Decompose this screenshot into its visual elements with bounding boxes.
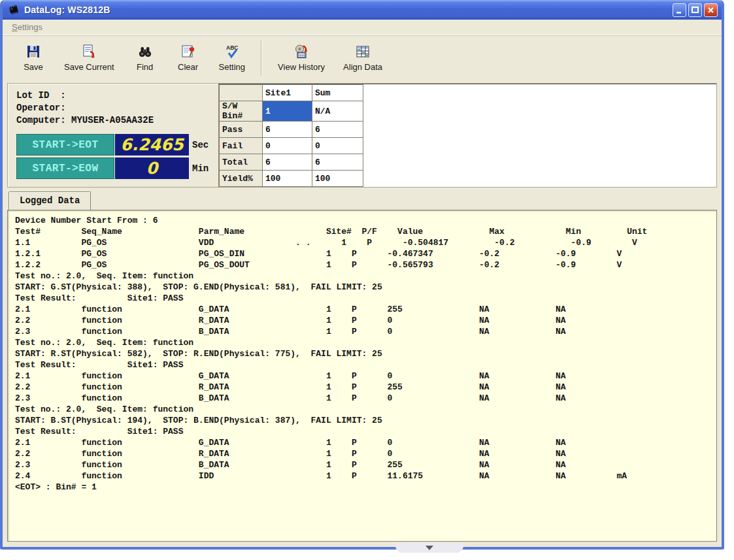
save-current-icon <box>80 44 97 59</box>
clear-button[interactable]: Clear <box>167 40 210 76</box>
timer-eow-value: 0 <box>115 157 189 179</box>
minimize-button[interactable] <box>673 3 686 17</box>
datalog-window: DataLog: WS2812B Settings Save <box>0 0 724 550</box>
align-data-button-label: Align Data <box>343 62 382 72</box>
summary-cell-selected[interactable]: 1 <box>263 101 312 122</box>
log-text[interactable]: Device Number Start From : 6 Test# Seq_N… <box>8 210 716 493</box>
summary-cell[interactable]: N/A <box>312 101 363 122</box>
view-history-icon <box>293 44 310 59</box>
clear-button-label: Clear <box>178 62 198 72</box>
chip-icon <box>7 4 20 16</box>
find-icon <box>137 44 154 59</box>
close-button[interactable] <box>704 3 718 17</box>
save-button-label: Save <box>24 62 43 72</box>
setting-button-label: Setting <box>219 62 245 72</box>
table-row: Fail 0 0 <box>220 138 363 154</box>
menu-item-settings[interactable]: Settings <box>8 21 46 33</box>
timer-start-eow: START->EOW 0 Min <box>16 157 218 179</box>
computer-value: MYUSER-A05AA32E <box>71 115 154 125</box>
window-title: DataLog: WS2812B <box>24 5 671 15</box>
close-icon <box>706 5 716 15</box>
clear-icon <box>180 44 197 59</box>
timer-eow-unit: Min <box>192 163 209 174</box>
summary-cell[interactable]: 6 <box>312 122 363 138</box>
summary-cell[interactable]: 0 <box>263 138 312 154</box>
summary-grid: Site1 Sum S/W Bin# 1 N/A Pass 6 6 Fail <box>218 84 716 187</box>
toolbar: Save Save Current Find Clear <box>3 35 722 80</box>
summary-table: Site1 Sum S/W Bin# 1 N/A Pass 6 6 Fail <box>219 84 363 187</box>
save-current-button[interactable]: Save Current <box>55 40 124 76</box>
row-label-pass: Pass <box>220 122 263 138</box>
operator-label: Operator: <box>16 102 218 114</box>
find-button-label: Find <box>137 62 153 72</box>
timer-eow-label: START->EOW <box>16 157 114 179</box>
timer-eot-label: START->EOT <box>16 134 114 156</box>
row-label-total: Total <box>220 154 263 171</box>
summary-cell[interactable]: 6 <box>312 154 363 171</box>
info-panel: Lot ID : Operator: Computer: MYUSER-A05A… <box>7 83 717 188</box>
row-label-yield: Yield% <box>220 171 263 187</box>
setting-button[interactable]: ABC Setting <box>210 40 254 76</box>
save-icon <box>25 44 42 59</box>
column-header-site1: Site1 <box>263 85 312 101</box>
view-history-button-label: View History <box>278 62 325 72</box>
view-history-button[interactable]: View History <box>269 40 334 76</box>
chevron-down-icon <box>425 546 433 550</box>
log-panel: Device Number Start From : 6 Test# Seq_N… <box>7 210 717 542</box>
row-label-sw-bin: S/W Bin# <box>220 101 263 122</box>
timer-displays: START->EOT 6.2465 Sec START->EOW 0 Min <box>16 134 218 179</box>
save-current-button-label: Save Current <box>64 62 114 72</box>
menu-bar: Settings <box>3 20 722 35</box>
row-label-fail: Fail <box>220 138 263 154</box>
lot-id-label: Lot ID : <box>16 90 218 102</box>
page-background: DataLog: WS2812B Settings Save <box>0 0 734 560</box>
setting-icon: ABC <box>224 44 241 59</box>
toolbar-separator <box>261 41 262 76</box>
expander-notch[interactable] <box>395 543 463 553</box>
summary-cell[interactable]: 6 <box>263 122 312 138</box>
table-row: S/W Bin# 1 N/A <box>220 101 363 122</box>
computer-line: Computer: MYUSER-A05AA32E <box>16 114 218 127</box>
corner-cell <box>220 85 263 101</box>
tab-bar: Logged Data <box>3 188 722 210</box>
lot-info-pane: Lot ID : Operator: Computer: MYUSER-A05A… <box>8 84 218 187</box>
timer-eot-value: 6.2465 <box>115 134 189 156</box>
table-row: Total 6 6 <box>220 154 363 171</box>
summary-cell[interactable]: 100 <box>263 171 312 187</box>
table-row: Yield% 100 100 <box>220 171 363 187</box>
align-data-button[interactable]: Align Data <box>334 40 392 76</box>
summary-cell[interactable]: 0 <box>312 138 363 154</box>
timer-eot-unit: Sec <box>192 140 209 150</box>
save-button[interactable]: Save <box>12 40 55 76</box>
table-row: Pass 6 6 <box>220 122 363 138</box>
column-header-sum: Sum <box>312 85 363 101</box>
minimize-icon <box>675 5 684 15</box>
computer-label: Computer: <box>16 115 66 125</box>
maximize-button[interactable] <box>688 3 702 17</box>
timer-start-eot: START->EOT 6.2465 Sec <box>16 134 218 156</box>
summary-cell[interactable]: 6 <box>263 154 312 171</box>
summary-cell[interactable]: 100 <box>312 171 363 187</box>
tab-logged-data[interactable]: Logged Data <box>8 191 91 210</box>
table-header-row: Site1 Sum <box>220 85 363 101</box>
align-data-icon <box>354 44 371 59</box>
find-button[interactable]: Find <box>124 40 167 76</box>
title-bar: DataLog: WS2812B <box>3 0 722 20</box>
maximize-icon <box>690 5 700 15</box>
